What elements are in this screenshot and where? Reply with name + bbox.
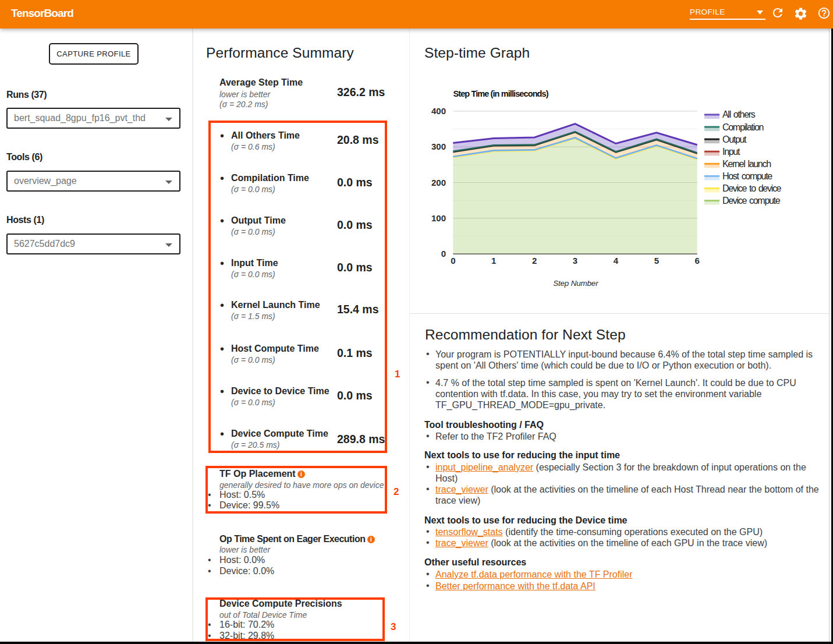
svg-text:200: 200 [431, 178, 446, 187]
svg-text:Output: Output [722, 135, 747, 144]
svg-text:4: 4 [614, 256, 619, 266]
svg-text:3: 3 [573, 256, 577, 266]
svg-text:Compilation: Compilation [722, 122, 764, 132]
svg-text:1: 1 [491, 256, 496, 266]
svg-text:Host compute: Host compute [722, 171, 772, 181]
svg-text:Kernel launch: Kernel launch [722, 159, 771, 169]
svg-text:400: 400 [431, 106, 446, 116]
svg-text:Step Time (in milliseconds): Step Time (in milliseconds) [453, 89, 549, 98]
svg-text:2: 2 [532, 256, 537, 266]
svg-text:5: 5 [654, 256, 659, 266]
svg-text:Step Number: Step Number [553, 279, 598, 288]
svg-text:All others: All others [722, 109, 756, 119]
svg-text:0: 0 [441, 249, 446, 259]
svg-text:Input: Input [722, 147, 740, 157]
svg-text:6: 6 [695, 256, 700, 266]
svg-text:Device to device: Device to device [722, 183, 782, 193]
svg-text:300: 300 [431, 141, 446, 151]
svg-text:0: 0 [451, 256, 455, 266]
svg-text:Device compute: Device compute [722, 196, 781, 206]
svg-text:100: 100 [431, 213, 446, 223]
